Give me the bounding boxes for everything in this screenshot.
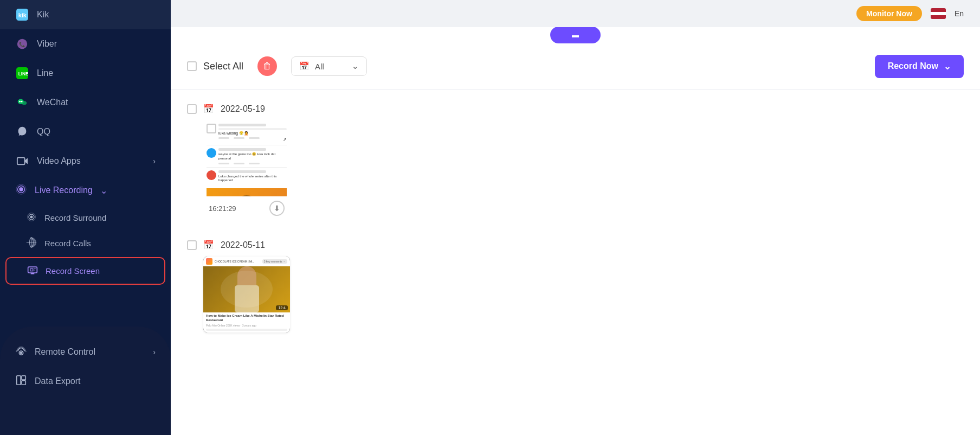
purple-tab: ▬ <box>550 27 601 43</box>
sidebar-item-label-wechat: WeChat <box>37 98 156 107</box>
date-filter-dropdown[interactable]: 📅 All ⌄ <box>291 56 367 76</box>
record-now-label: Record Now <box>888 61 938 71</box>
sidebar-item-label-record-surround: Record Surround <box>44 213 106 222</box>
svg-text:LINE: LINE <box>18 72 28 76</box>
select-all-checkbox[interactable] <box>187 61 197 71</box>
sidebar-item-qq[interactable]: QQ <box>0 117 171 146</box>
date-group-2-checkbox[interactable] <box>187 240 197 250</box>
tweet-avatar-3 <box>207 170 216 180</box>
qq-icon <box>15 125 29 139</box>
live-recording-chevron-icon: ⌄ <box>100 185 107 196</box>
tweet-actions-1: ↗ <box>218 137 287 142</box>
delete-icon: 🗑 <box>257 56 277 76</box>
tweet-action-dot-1c <box>249 137 260 139</box>
data-export-icon <box>15 374 27 388</box>
sidebar-item-record-surround[interactable]: Record Surround <box>0 205 171 231</box>
svg-rect-21 <box>28 267 37 273</box>
svg-text:kik: kik <box>18 12 27 18</box>
date-filter-value: All <box>315 62 324 71</box>
date-header-1: 📅 2022-05-19 <box>187 95 964 120</box>
record-1-download-button[interactable]: ⬇ <box>269 201 285 216</box>
svg-point-12 <box>19 187 23 191</box>
remote-control-icon <box>15 345 27 359</box>
sidebar-item-kik[interactable]: kik Kik <box>0 0 171 29</box>
sidebar-item-record-calls[interactable]: Record Calls <box>0 231 171 256</box>
svg-rect-29 <box>17 376 21 385</box>
chef-head <box>237 266 256 285</box>
select-all-area: Select All <box>187 61 243 72</box>
tweet-text-display-3: Luka changed the whole series after this… <box>218 175 287 183</box>
flag-icon <box>931 8 946 19</box>
tweet-header-3 <box>218 170 266 173</box>
record-now-button[interactable]: Record Now ⌄ <box>875 55 964 78</box>
tweet-text-1a <box>218 128 287 130</box>
sidebar-item-viber[interactable]: 📞 Viber <box>0 29 171 59</box>
tweet-item-1: luka wilding 😤🤦 ↗ <box>207 124 287 145</box>
tweet-text-display-1: luka wilding 😤🤦 <box>218 131 287 136</box>
records-grid-2: CHOCOLATE ICE CREAM | Mi... 3 key moment… <box>187 257 964 332</box>
filter-bar: Select All 🗑 📅 All ⌄ Record Now ⌄ <box>171 43 980 89</box>
tweet-text-display-2: wayne at the game too 😩 luka took dat pe… <box>218 152 287 161</box>
record-card-2: CHOCOLATE ICE CREAM | Mi... 3 key moment… <box>203 257 290 332</box>
svg-point-7 <box>22 101 27 105</box>
sidebar-bottom: Remote Control › Data Export <box>0 327 171 435</box>
sidebar-item-live-recording[interactable]: Live Recording ⌄ <box>0 176 171 205</box>
sidebar-item-label-record-screen: Record Screen <box>46 266 100 276</box>
topbar: Monitor Now En <box>171 0 980 27</box>
svg-text:📞: 📞 <box>19 41 25 48</box>
sidebar-item-label-video-apps: Video Apps <box>37 156 145 166</box>
video-apps-icon <box>15 154 29 168</box>
tweet-header-2 <box>218 148 266 151</box>
sidebar-item-video-apps[interactable]: Video Apps › <box>0 146 171 176</box>
date-filter-chevron-icon: ⌄ <box>352 61 359 71</box>
date-label-1: 2022-05-19 <box>221 104 265 114</box>
tweet-action-dot-2c <box>249 163 260 164</box>
yt-image: 12:4 <box>203 266 290 312</box>
record-card-1: luka wilding 😤🤦 ↗ <box>203 120 290 220</box>
svg-point-8 <box>19 101 21 103</box>
sidebar-item-wechat[interactable]: WeChat <box>0 88 171 117</box>
date-group-1: 📅 2022-05-19 <box>187 95 964 220</box>
records-grid-1: luka wilding 😤🤦 ↗ <box>187 120 964 220</box>
select-all-label: Select All <box>203 61 243 72</box>
sidebar-item-remote-control[interactable]: Remote Control › <box>0 337 171 367</box>
date-group-1-checkbox[interactable] <box>187 104 197 114</box>
basketball-image: 🏀 Dallas Mavericks <box>207 188 287 196</box>
record-1-checkbox[interactable] <box>207 124 216 133</box>
yt-bottom-meta: Palo Alto Online 206K views · 3 years ag… <box>206 324 287 328</box>
line-icon: LINE <box>15 66 29 80</box>
video-apps-chevron-icon: › <box>153 157 156 165</box>
share-icon-sm: ↗ <box>283 137 287 142</box>
record-surround-icon <box>26 212 37 224</box>
chef-body <box>235 285 259 312</box>
tweet-actions-2 <box>218 163 287 164</box>
wechat-icon <box>15 95 29 110</box>
sidebar-item-line[interactable]: LINE Line <box>0 59 171 88</box>
svg-point-15 <box>30 216 33 219</box>
sidebar-item-record-screen[interactable]: Record Screen <box>5 257 165 285</box>
sidebar-item-label-qq: QQ <box>37 127 156 137</box>
date-group-2: 📅 2022-05-11 CHOCOLATE ICE CREAM | Mi...… <box>187 231 964 332</box>
svg-rect-30 <box>22 376 25 380</box>
record-1-thumbnail: luka wilding 😤🤦 ↗ <box>203 120 290 196</box>
yt-badge: 3 key moments → <box>262 259 287 264</box>
remote-control-chevron-icon: › <box>153 348 156 356</box>
yt-channel-icon <box>206 258 212 265</box>
sidebar-item-label-line: Line <box>37 68 156 78</box>
sidebar-item-label-record-calls: Record Calls <box>44 239 91 248</box>
sidebar-item-data-export[interactable]: Data Export <box>0 367 171 396</box>
tweet-action-dot-2a <box>218 163 229 164</box>
sidebar-item-label-remote-control: Remote Control <box>35 347 145 357</box>
calendar-icon-1: 📅 <box>203 104 214 114</box>
record-1-footer: 16:21:29 ⬇ <box>203 196 290 220</box>
kik-icon: kik <box>15 8 29 22</box>
tweet-thumbnail: luka wilding 😤🤦 ↗ <box>203 120 290 196</box>
svg-rect-24 <box>30 269 33 271</box>
record-1-time: 16:21:29 <box>209 204 236 213</box>
delete-button[interactable]: 🗑 <box>254 53 280 79</box>
date-header-2: 📅 2022-05-11 <box>187 231 964 257</box>
sidebar-item-label-data-export: Data Export <box>35 376 156 386</box>
tweet-action-dot-1b <box>234 137 244 139</box>
sidebar-item-label-live-recording: Live Recording <box>35 185 93 195</box>
monitor-now-button[interactable]: Monitor Now <box>856 6 922 21</box>
